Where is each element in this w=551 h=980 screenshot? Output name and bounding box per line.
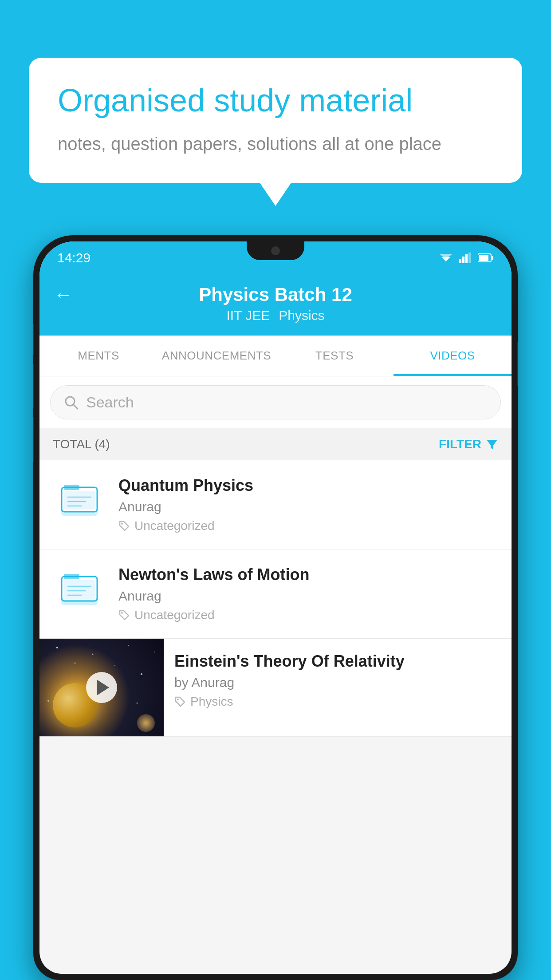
video-author-1: Anurag (118, 499, 498, 514)
camera (271, 246, 280, 255)
svg-rect-14 (64, 485, 79, 490)
tag-icon-3 (174, 696, 186, 707)
phone-frame: 14:29 (33, 235, 518, 980)
tag-icon-2 (118, 609, 130, 621)
list-item[interactable]: Quantum Physics Anurag Uncategorized (39, 460, 512, 549)
svg-point-36 (154, 652, 155, 652)
svg-rect-4 (465, 254, 468, 263)
tab-announcements[interactable]: ANNOUNCEMENTS (157, 336, 276, 376)
svg-line-10 (73, 404, 78, 409)
svg-point-33 (141, 673, 142, 675)
tag-icon (118, 520, 130, 532)
video-tag-1: Uncategorized (118, 519, 498, 533)
folder-icon-2 (59, 568, 99, 608)
search-bar[interactable]: Search (50, 385, 501, 419)
tab-tests[interactable]: TESTS (276, 336, 394, 376)
speech-bubble: Organised study material notes, question… (29, 58, 522, 183)
search-icon (64, 395, 79, 410)
play-triangle-icon (97, 680, 109, 695)
svg-point-19 (121, 523, 123, 525)
svg-point-40 (177, 699, 179, 700)
volume-up-button (33, 324, 34, 355)
video-thumbnail-1 (53, 476, 106, 521)
svg-point-34 (61, 683, 62, 684)
svg-marker-11 (487, 440, 497, 450)
video-thumbnail-2 (53, 565, 106, 610)
video-author-2: Anurag (118, 589, 498, 604)
tab-videos[interactable]: VIDEOS (394, 336, 512, 376)
svg-rect-23 (64, 580, 95, 599)
phone-screen: 14:29 (39, 241, 512, 974)
svg-rect-8 (492, 256, 493, 260)
battery-icon (478, 253, 494, 263)
svg-point-37 (47, 700, 49, 702)
video-info-1: Quantum Physics Anurag Uncategorized (118, 476, 498, 533)
search-bar-container: Search (39, 376, 512, 428)
svg-rect-7 (479, 255, 488, 261)
signal-icon (459, 253, 472, 263)
list-item[interactable]: Newton's Laws of Motion Anurag Uncategor… (39, 549, 512, 639)
header-title: Physics Batch 12 (199, 284, 352, 305)
video-title-1: Quantum Physics (118, 476, 498, 495)
svg-point-32 (114, 665, 115, 666)
status-bar: 14:29 (39, 241, 512, 274)
video-info-2: Newton's Laws of Motion Anurag Uncategor… (118, 565, 498, 622)
list-item[interactable]: Einstein's Theory Of Relativity by Anura… (39, 639, 512, 737)
subtitle-physics: Physics (279, 308, 324, 323)
light-flare (137, 714, 155, 732)
folder-icon (59, 478, 99, 518)
svg-point-27 (121, 612, 123, 614)
svg-point-39 (137, 703, 138, 704)
search-placeholder: Search (86, 394, 134, 411)
play-button[interactable] (86, 672, 117, 703)
status-time: 14:29 (57, 250, 91, 265)
wifi-icon (439, 253, 453, 263)
status-icons (439, 253, 494, 263)
silent-button (33, 417, 34, 462)
svg-rect-5 (468, 253, 471, 263)
total-count: TOTAL (4) (53, 437, 110, 451)
volume-down-button (33, 364, 34, 408)
video-tag-2: Uncategorized (118, 608, 498, 622)
power-button (517, 342, 518, 386)
video-list: Quantum Physics Anurag Uncategorized (39, 460, 512, 737)
video-thumbnail-3 (39, 639, 164, 736)
svg-rect-2 (459, 259, 461, 263)
video-author-3: by Anurag (174, 675, 501, 690)
filter-row: TOTAL (4) FILTER (39, 428, 512, 460)
header-subtitle: IIT JEE Physics (226, 308, 324, 323)
svg-rect-15 (64, 491, 95, 510)
svg-rect-22 (64, 574, 79, 579)
notch (247, 241, 304, 260)
subtitle-iit: IIT JEE (226, 308, 270, 323)
app-header: ← Physics Batch 12 IIT JEE Physics (39, 274, 512, 336)
bubble-subtitle: notes, question papers, solutions all at… (58, 131, 493, 156)
svg-point-30 (128, 645, 129, 646)
svg-point-29 (92, 654, 94, 655)
svg-point-31 (75, 663, 76, 664)
video-info-3: Einstein's Theory Of Relativity by Anura… (164, 639, 512, 722)
video-title-2: Newton's Laws of Motion (118, 565, 498, 584)
speech-bubble-section: Organised study material notes, question… (29, 58, 522, 183)
tab-ments[interactable]: MENTS (39, 336, 157, 376)
svg-marker-1 (440, 254, 452, 259)
svg-point-28 (56, 647, 58, 648)
svg-rect-3 (462, 257, 464, 263)
video-tag-3: Physics (174, 695, 501, 709)
back-button[interactable]: ← (54, 284, 72, 305)
tabs-bar: MENTS ANNOUNCEMENTS TESTS VIDEOS (39, 336, 512, 376)
video-title-3: Einstein's Theory Of Relativity (174, 652, 501, 671)
filter-button[interactable]: FILTER (439, 437, 498, 451)
bubble-title: Organised study material (58, 82, 493, 119)
filter-funnel-icon (486, 438, 498, 450)
